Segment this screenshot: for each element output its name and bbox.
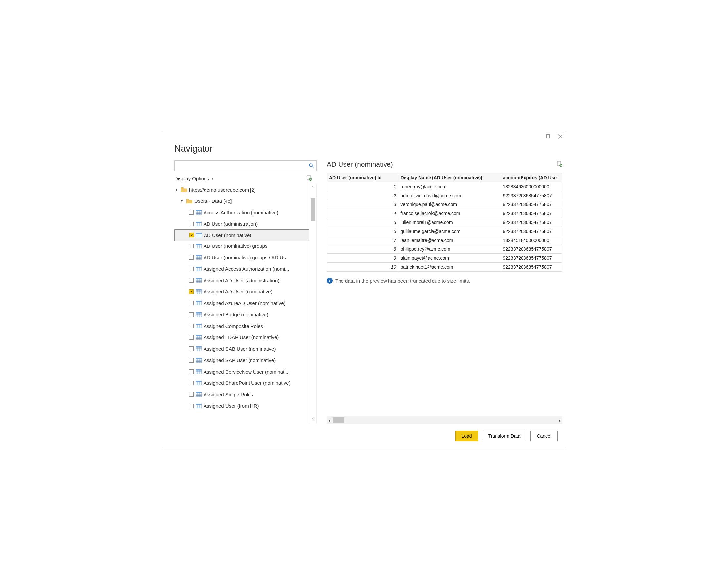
preview-table[interactable]: AD User (nominative) Id Display Name (AD… — [327, 173, 562, 272]
table-icon — [196, 290, 202, 294]
tree-item-checkbox[interactable] — [189, 404, 193, 408]
scroll-up-icon[interactable]: ˄ — [312, 185, 314, 191]
tree-row[interactable]: Assigned ServiceNow User (nominati... — [174, 366, 309, 377]
table-row[interactable]: 9alain.payet@acme.com9223372036854775807 — [327, 254, 562, 263]
tree-item-checkbox[interactable]: ✓ — [189, 233, 194, 237]
cell-id: 6 — [327, 227, 398, 236]
table-row[interactable]: 1robert.roy@acme.com132834636000000000 — [327, 182, 562, 191]
tree-row[interactable]: ▾Users - Data [45] — [174, 195, 309, 207]
scroll-thumb[interactable] — [311, 198, 315, 221]
tree-row[interactable]: Assigned LDAP User (nominative) — [174, 332, 309, 343]
tree-row[interactable]: Assigned Composite Roles — [174, 320, 309, 332]
tree-item-checkbox[interactable] — [189, 278, 193, 283]
table-row[interactable]: 7jean.lemaitre@acme.com13284518400000000… — [327, 236, 562, 245]
tree-item-label: Assigned Single Roles — [204, 392, 253, 397]
tree-row[interactable]: ✓AD User (nominative) — [174, 229, 309, 241]
svg-rect-22 — [196, 233, 202, 234]
tree-row[interactable]: Assigned User (from HR) — [174, 400, 309, 412]
transform-data-button[interactable]: Transform Data — [482, 431, 527, 441]
search-input[interactable] — [175, 161, 306, 171]
info-icon: i — [327, 278, 333, 284]
tree-row[interactable]: Access Authorization (nominative) — [174, 207, 309, 218]
caret-icon[interactable]: ▾ — [181, 199, 184, 203]
navigator-tree[interactable]: ▾https://demo.usercube.com [2]▾Users - D… — [174, 184, 309, 424]
tree-item-checkbox[interactable] — [189, 210, 193, 215]
scroll-left-icon[interactable]: ‹ — [329, 417, 331, 424]
tree-row[interactable]: Assigned SAB User (nominative) — [174, 343, 309, 355]
tree-item-checkbox[interactable] — [189, 301, 193, 306]
tree-item-checkbox[interactable] — [189, 222, 193, 226]
tree-item-checkbox[interactable] — [189, 267, 193, 271]
table-header-row: AD User (nominative) Id Display Name (AD… — [327, 174, 562, 182]
tree-scrollbar[interactable]: ˄ ˅ — [309, 184, 316, 424]
window-maximize-icon[interactable] — [545, 133, 551, 139]
tree-row[interactable]: Assigned SAP User (nominative) — [174, 355, 309, 366]
col-header-id[interactable]: AD User (nominative) Id — [327, 174, 398, 182]
tree-row[interactable]: AD User (administration) — [174, 218, 309, 230]
table-row[interactable]: 8philippe.rey@acme.com922337203685477580… — [327, 245, 562, 254]
col-header-accountexpires[interactable]: accountExpires (AD Use — [501, 174, 562, 182]
tree-item-checkbox[interactable] — [189, 312, 193, 317]
window-close-icon[interactable] — [557, 133, 563, 139]
search-box[interactable] — [174, 160, 317, 171]
cell-accountexpires: 9223372036854775807 — [501, 191, 562, 200]
tree-row[interactable]: Assigned Single Roles — [174, 389, 309, 400]
dialog-footer: Load Transform Data Cancel — [162, 424, 566, 448]
tree-item-checkbox[interactable] — [189, 392, 193, 397]
table-row[interactable]: 2adm.olivier.david@acme.com9223372036854… — [327, 191, 562, 200]
display-options-dropdown[interactable]: Display Options ▼ — [174, 176, 214, 181]
table-icon — [196, 323, 202, 328]
preview-horizontal-scrollbar[interactable]: ‹ › — [327, 416, 562, 424]
col-header-displayname[interactable]: Display Name (AD User (nominative)) — [398, 174, 501, 182]
tree-row[interactable]: Assigned Access Authorization (nomi... — [174, 263, 309, 275]
cell-id: 2 — [327, 191, 398, 200]
tree-item-label: AD User (nominative) groups / AD Us... — [204, 255, 290, 260]
table-row[interactable]: 6guillaume.garcia@acme.com92233720368547… — [327, 227, 562, 236]
tree-row[interactable]: ✓Assigned AD User (nominative) — [174, 286, 309, 298]
cancel-button[interactable]: Cancel — [530, 431, 557, 441]
svg-rect-82 — [196, 346, 202, 348]
svg-rect-40 — [196, 267, 202, 268]
table-row[interactable]: 5julien.morel1@acme.com92233720368547758… — [327, 218, 562, 227]
scroll-down-icon[interactable]: ˅ — [312, 417, 314, 423]
tree-item-checkbox[interactable] — [189, 255, 193, 260]
tree-row[interactable]: AD User (nominative) groups — [174, 240, 309, 252]
svg-rect-16 — [196, 222, 202, 223]
tree-row[interactable]: Assigned SharePoint User (nominative) — [174, 377, 309, 389]
hscroll-thumb[interactable] — [333, 417, 344, 423]
tree-item-checkbox[interactable] — [189, 358, 193, 363]
refresh-icon[interactable] — [306, 175, 317, 182]
scroll-right-icon[interactable]: › — [558, 417, 560, 424]
table-row[interactable]: 3veronique.paul@acme.com9223372036854775… — [327, 200, 562, 209]
caret-icon[interactable]: ▾ — [176, 188, 179, 191]
search-icon[interactable] — [306, 161, 316, 171]
tree-row[interactable]: Assigned AD User (administration) — [174, 274, 309, 286]
tree-item-label: AD User (nominative) — [204, 232, 251, 238]
tree-row[interactable]: Assigned AzureAD User (nominative) — [174, 297, 309, 309]
cell-id: 8 — [327, 245, 398, 254]
svg-rect-46 — [196, 278, 202, 279]
tree-item-checkbox[interactable] — [189, 323, 193, 328]
tree-item-label: Assigned SAB User (nominative) — [204, 346, 276, 352]
table-row[interactable]: 4francoise.lacroix@acme.com9223372036854… — [327, 209, 562, 218]
tree-item-checkbox[interactable]: ✓ — [189, 290, 193, 294]
svg-rect-106 — [196, 392, 202, 393]
load-button[interactable]: Load — [455, 431, 478, 441]
tree-item-checkbox[interactable] — [189, 346, 193, 351]
preview-refresh-icon[interactable] — [556, 161, 562, 168]
tree-item-checkbox[interactable] — [189, 369, 193, 374]
cell-accountexpires: 9223372036854775807 — [501, 209, 562, 218]
tree-item-checkbox[interactable] — [189, 335, 193, 340]
cell-id: 7 — [327, 236, 398, 245]
cell-accountexpires: 132845184000000000 — [501, 236, 562, 245]
table-row[interactable]: 10patrick.huet1@acme.com9223372036854775… — [327, 263, 562, 272]
table-icon — [196, 210, 202, 215]
tree-row[interactable]: Assigned Badge (nominative) — [174, 309, 309, 321]
tree-row[interactable]: ▾https://demo.usercube.com [2] — [174, 184, 309, 195]
svg-rect-88 — [196, 358, 202, 359]
cell-displayname: robert.roy@acme.com — [398, 182, 501, 191]
tree-row[interactable]: AD User (nominative) groups / AD Us... — [174, 252, 309, 263]
tree-item-checkbox[interactable] — [189, 244, 193, 248]
svg-rect-52 — [196, 290, 202, 291]
tree-item-checkbox[interactable] — [189, 381, 193, 386]
